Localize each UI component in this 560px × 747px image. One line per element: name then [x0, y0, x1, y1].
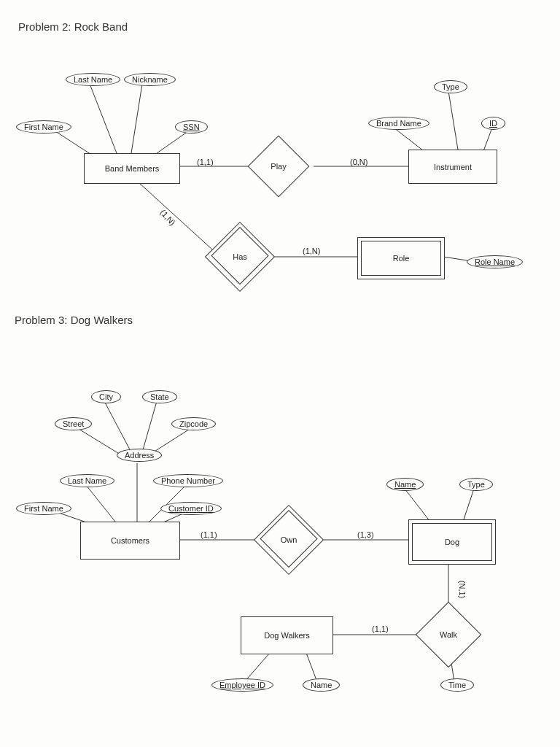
attr-walker-name: Name	[303, 678, 340, 692]
entity-dog-walkers: Dog Walkers	[241, 616, 333, 654]
card-play-inst: (0,N)	[350, 158, 368, 166]
heading-problem2: Problem 2: Rock Band	[18, 20, 128, 33]
svg-line-21	[405, 489, 430, 522]
attr-street: Street	[55, 417, 92, 430]
attr-address: Address	[117, 449, 162, 462]
attr-last-name-p3: Last Name	[60, 474, 114, 487]
svg-line-14	[75, 427, 120, 454]
attr-last-name: Last Name	[66, 73, 120, 86]
svg-line-27	[244, 653, 270, 682]
svg-line-3	[157, 131, 188, 153]
rel-play: Play	[257, 144, 300, 188]
svg-line-15	[153, 427, 193, 452]
rel-own: Own	[264, 515, 314, 565]
rel-play-label: Play	[271, 162, 286, 171]
svg-line-13	[142, 401, 157, 452]
attr-first-name: First Name	[16, 120, 71, 133]
svg-line-28	[306, 653, 317, 682]
attr-id: ID	[481, 117, 505, 130]
attr-type: Type	[434, 80, 467, 93]
entity-dog-inner: Dog	[412, 523, 492, 561]
entity-band-members: Band Members	[84, 153, 180, 184]
attr-city: City	[91, 390, 121, 403]
card-has-role: (1,N)	[303, 247, 320, 255]
svg-line-22	[463, 489, 474, 522]
attr-brand-name: Brand Name	[368, 117, 429, 130]
rel-walk-label: Walk	[440, 630, 457, 639]
entity-customers: Customers	[80, 522, 180, 560]
attr-role-name: Role Name	[467, 255, 523, 268]
svg-line-1	[131, 84, 142, 153]
card-bm-play: (1,1)	[197, 158, 214, 166]
attr-dog-name: Name	[386, 478, 424, 491]
rel-own-label: Own	[281, 535, 298, 544]
rel-has-label: Has	[233, 252, 247, 261]
attr-phone-number: Phone Number	[153, 474, 223, 487]
svg-line-12	[104, 401, 131, 452]
attr-nickname: Nickname	[124, 73, 176, 86]
rel-has: Has	[215, 232, 265, 282]
entity-dog: Dog	[408, 519, 496, 565]
svg-line-7	[448, 91, 458, 150]
attr-time: Time	[440, 678, 474, 692]
card-cust-own: (1,1)	[201, 530, 217, 539]
attr-zipcode: Zipcode	[171, 417, 216, 430]
attr-customer-id: Customer ID	[160, 502, 222, 515]
svg-line-9	[139, 182, 220, 257]
card-dog-walk: (N,1)	[458, 581, 467, 598]
card-walk-dw: (1,1)	[372, 624, 389, 633]
entity-role-inner: Role	[361, 241, 441, 276]
entity-role: Role	[357, 237, 445, 279]
attr-ssn: SSN	[175, 120, 208, 133]
heading-problem3: Problem 3: Dog Walkers	[15, 314, 133, 326]
svg-line-17	[86, 485, 115, 522]
entity-instrument: Instrument	[408, 150, 497, 184]
diagram-page: Problem 2: Rock Band	[0, 0, 560, 747]
svg-line-0	[90, 84, 117, 153]
attr-employee-id: Employee ID	[211, 678, 273, 692]
attr-state: State	[142, 390, 177, 403]
card-own-dog: (1,3)	[357, 530, 374, 539]
rel-walk: Walk	[425, 611, 472, 658]
attr-dog-type: Type	[459, 478, 493, 491]
attr-first-name-p3: First Name	[16, 502, 71, 515]
card-bm-has: (1,N)	[159, 208, 177, 227]
